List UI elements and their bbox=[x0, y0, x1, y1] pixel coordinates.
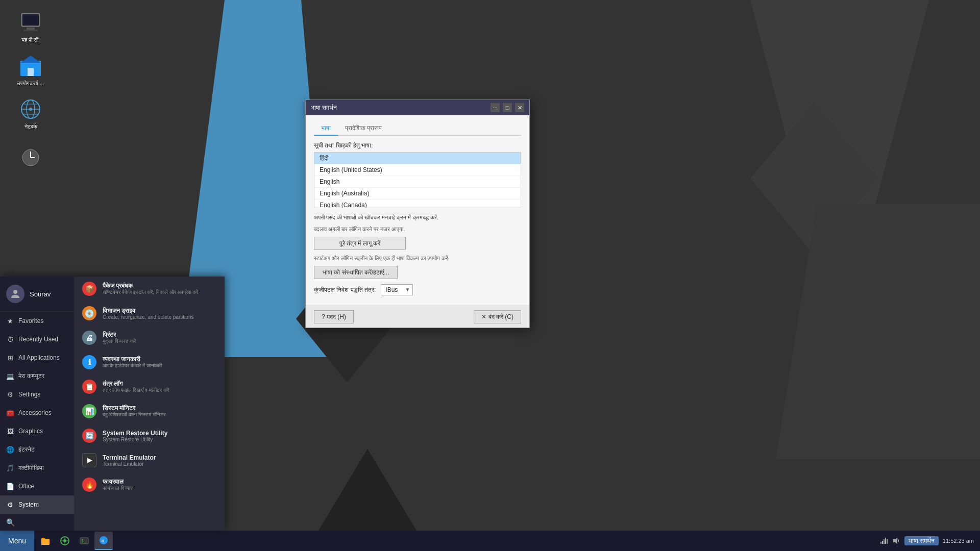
sidebar-item-settings[interactable]: ⚙ Settings bbox=[0, 385, 74, 404]
system-restore-subtitle: System Restore Utility bbox=[103, 437, 217, 442]
firewall-subtitle: फायरवाल विन्यास bbox=[103, 485, 217, 491]
printer-subtitle: मुद्रक विन्यस्त करें bbox=[103, 338, 217, 344]
system-log-icon: 📋 bbox=[81, 379, 97, 395]
user-home-icon bbox=[18, 54, 43, 78]
close-dialog-button[interactable]: ✕ बंद करें (C) bbox=[474, 310, 521, 323]
disk-partition-text: विभाजन ड्राइव Create, reorganize, and de… bbox=[103, 307, 217, 320]
sidebar-item-office[interactable]: 📄 Office bbox=[0, 477, 74, 495]
terminal-text: Terminal Emulator Terminal Emulator bbox=[103, 454, 217, 467]
language-item-en-ca[interactable]: English (Canada) bbox=[314, 199, 521, 208]
sidebar-item-internet[interactable]: 🌐 इंटरनेट bbox=[0, 440, 74, 459]
dialog-tabs: भाषा प्रादेशिक प्रारूप bbox=[314, 121, 521, 136]
language-list[interactable]: हिंदी English (United States) English En… bbox=[314, 152, 521, 208]
my-computer-icon: 💻 bbox=[6, 372, 14, 380]
tab-language[interactable]: भाषा bbox=[314, 121, 338, 136]
tab-regional[interactable]: प्रादेशिक प्रारूप bbox=[338, 121, 389, 136]
svg-rect-3 bbox=[22, 14, 39, 26]
svg-point-16 bbox=[13, 290, 17, 294]
close-button[interactable]: ✕ bbox=[515, 103, 524, 112]
dialog-footer-right: ✕ बंद करें (C) bbox=[474, 310, 521, 323]
taskbar-item-browser[interactable] bbox=[56, 532, 74, 550]
sidebar-item-favorites[interactable]: ★ Favorites bbox=[0, 312, 74, 330]
list-item[interactable]: ▶ Terminal Emulator Terminal Emulator bbox=[74, 448, 225, 472]
list-item[interactable]: 📦 पैकेज प्रबंधक सॉफ्टवेयर पैकेज इंस्टॉल … bbox=[74, 277, 225, 301]
network-icon bbox=[18, 97, 43, 121]
package-manager-text: पैकेज प्रबंधक सॉफ्टवेयर पैकेज इंस्टॉल कर… bbox=[103, 282, 217, 295]
disk-partition-icon: 💿 bbox=[81, 305, 97, 321]
list-item[interactable]: 🔥 फायरवाल फायरवाल विन्यास bbox=[74, 472, 225, 497]
taskbar-item-file-manager[interactable] bbox=[36, 532, 55, 550]
taskbar-right: भाषा समर्थन 11:52:23 am bbox=[880, 536, 981, 545]
terminal-icon: ▶ bbox=[81, 452, 97, 468]
svg-text:अ: अ bbox=[101, 539, 104, 543]
svg-rect-30 bbox=[887, 539, 888, 544]
language-indicator[interactable]: भाषा समर्थन bbox=[904, 536, 939, 545]
network-label: नेटवर्क bbox=[24, 123, 37, 130]
printer-icon: 🖨 bbox=[81, 330, 97, 346]
help-button[interactable]: ? मदद (H) bbox=[314, 310, 354, 323]
svg-rect-28 bbox=[884, 539, 885, 544]
taskbar-items: $_ अ bbox=[34, 531, 879, 551]
sidebar-item-all-applications[interactable]: ⊞ All Applications bbox=[0, 348, 74, 367]
language-item-en[interactable]: English bbox=[314, 176, 521, 188]
list-item[interactable]: ℹ व्यवस्था जानकारी आपके हार्डवेयर के बार… bbox=[74, 350, 225, 374]
sidebar-item-my-computer-label: मेरा कम्प्यूटर bbox=[18, 372, 44, 380]
install-language-button[interactable]: भाषा को संस्थापित करें/हटाएं... bbox=[314, 266, 398, 279]
sidebar-item-graphics-label: Graphics bbox=[18, 428, 43, 435]
firewall-icon: 🔥 bbox=[81, 477, 97, 493]
start-search: 🔍 bbox=[0, 514, 74, 531]
list-item[interactable]: 💿 विभाजन ड्राइव Create, reorganize, and … bbox=[74, 301, 225, 325]
list-item[interactable]: 📋 तंत्र लॉग तंत्र लॉग फाइल दिखाएँ व मॉनी… bbox=[74, 374, 225, 399]
taskbar-time: 11:52:23 am bbox=[943, 538, 974, 544]
input-method-select[interactable]: IBus fcitx None bbox=[381, 284, 413, 295]
sidebar-item-recently-used[interactable]: ⏱ Recently Used bbox=[0, 330, 74, 348]
this-pc-label: यह पी.सी. bbox=[21, 37, 40, 43]
taskbar-item-lang[interactable]: अ bbox=[94, 532, 113, 550]
terminal-subtitle: Terminal Emulator bbox=[103, 461, 217, 467]
menu-button[interactable]: Menu bbox=[0, 531, 34, 551]
system-restore-text: System Restore Utility System Restore Ut… bbox=[103, 430, 217, 442]
sidebar-item-accessories-label: Accessories bbox=[18, 409, 52, 416]
disk-partition-subtitle: Create, reorganize, and delete partition… bbox=[103, 314, 217, 320]
accessories-icon: 🧰 bbox=[6, 409, 14, 417]
desktop-icon-network[interactable]: नेटवर्क bbox=[10, 97, 51, 130]
favorites-icon: ★ bbox=[6, 317, 14, 325]
clock-icon bbox=[18, 145, 43, 170]
sidebar-item-multimedia[interactable]: 🎵 मल्टीमीडिया bbox=[0, 459, 74, 477]
language-item-hindi[interactable]: हिंदी bbox=[314, 153, 521, 164]
list-item[interactable]: 🔄 System Restore Utility System Restore … bbox=[74, 423, 225, 448]
taskbar-item-terminal[interactable]: $_ bbox=[75, 532, 93, 550]
svg-rect-6 bbox=[28, 68, 34, 76]
sidebar-item-system[interactable]: ⚙ System bbox=[0, 495, 74, 514]
relogin-hint: बदलाव अगली बार लॉगिन करने पर नजर आएगा. bbox=[314, 226, 521, 233]
sidebar-item-recently-used-label: Recently Used bbox=[18, 336, 58, 343]
maximize-button[interactable]: □ bbox=[503, 103, 512, 112]
system-info-icon: ℹ bbox=[81, 354, 97, 370]
desktop-icon-user-home[interactable]: उपयोगकर्ता ... bbox=[10, 54, 51, 87]
start-menu: Sourav ★ Favorites ⏱ Recently Used ⊞ All… bbox=[0, 277, 225, 531]
desktop-icon-clock[interactable] bbox=[10, 145, 51, 172]
svg-marker-31 bbox=[893, 538, 897, 544]
sidebar-item-my-computer[interactable]: 💻 मेरा कम्प्यूटर bbox=[0, 367, 74, 385]
svg-rect-26 bbox=[880, 542, 881, 544]
terminal-title: Terminal Emulator bbox=[103, 454, 217, 461]
dialog-titlebar: भाषा समर्थन ─ □ ✕ bbox=[306, 100, 529, 115]
list-item[interactable]: 🖨 प्रिंटर मुद्रक विन्यस्त करें bbox=[74, 325, 225, 350]
svg-rect-1 bbox=[27, 28, 35, 30]
this-pc-icon bbox=[18, 10, 43, 35]
sidebar-item-accessories[interactable]: 🧰 Accessories bbox=[0, 404, 74, 422]
list-item[interactable]: 📊 सिस्टम मॉनिटर बहु-विशेषताओं वाला सिस्ट… bbox=[74, 399, 225, 423]
language-item-en-au[interactable]: English (Australia) bbox=[314, 188, 521, 199]
user-avatar bbox=[6, 285, 24, 303]
sidebar-item-graphics[interactable]: 🖼 Graphics bbox=[0, 422, 74, 440]
language-item-en-us[interactable]: English (United States) bbox=[314, 164, 521, 176]
input-method-row: कुंजीपटल निवेश पद्धति तंत्र: IBus fcitx … bbox=[314, 284, 521, 295]
desktop-icon-this-pc[interactable]: यह पी.सी. bbox=[10, 10, 51, 43]
search-input[interactable] bbox=[19, 519, 70, 526]
disk-partition-title: विभाजन ड्राइव bbox=[103, 307, 217, 314]
minimize-button[interactable]: ─ bbox=[491, 103, 500, 112]
system-info-subtitle: आपके हार्डवेयर के बारे में जानकारी bbox=[103, 363, 217, 369]
system-icon: ⚙ bbox=[6, 500, 14, 509]
apply-system-button[interactable]: पूरे तंत्र में लागू करें bbox=[314, 237, 406, 250]
svg-text:$_: $_ bbox=[81, 539, 86, 543]
